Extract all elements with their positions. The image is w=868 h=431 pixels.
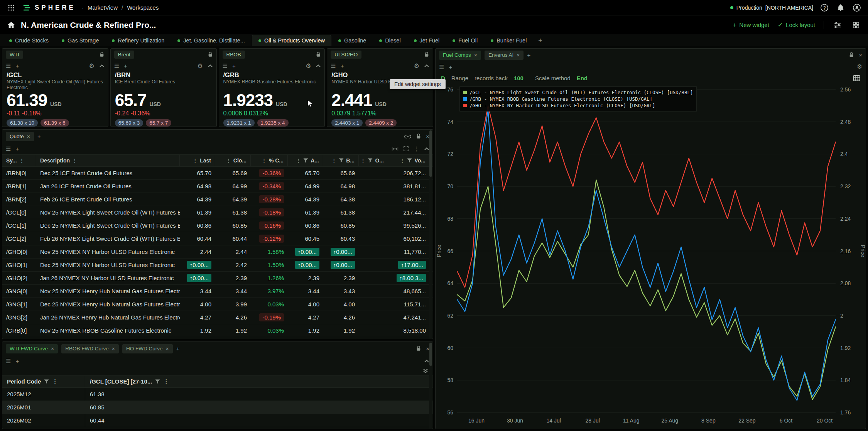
- collapse-icon[interactable]: [424, 359, 429, 363]
- page-tab-refinery-utilization[interactable]: Refinery Utilization: [106, 35, 171, 46]
- filter-icon[interactable]: [339, 158, 344, 163]
- notifications-icon[interactable]: [836, 3, 846, 13]
- kebab-icon[interactable]: ⋮: [262, 158, 267, 164]
- add-tab-button[interactable]: +: [527, 52, 530, 58]
- table-row[interactable]: /GCL[0]Nov 25 NYMEX Light Sweet Crude Oi…: [2, 206, 433, 219]
- table-row[interactable]: /GHO[2]Jan 26 NYMEX NY Harbor ULSD Futur…: [2, 272, 433, 285]
- close-tab-icon[interactable]: ×: [517, 52, 520, 58]
- kebab-icon[interactable]: ⋮: [52, 379, 58, 384]
- gear-icon[interactable]: ⚙: [414, 63, 419, 69]
- add-icon[interactable]: +: [124, 63, 127, 69]
- close-widget-icon[interactable]: ×: [859, 52, 862, 58]
- fwd-column-header-period[interactable]: Period Code ⋮: [2, 375, 85, 387]
- table-row[interactable]: /GNG[0]Nov 25 NYMEX Henry Hub Natural Ga…: [2, 285, 433, 298]
- menu-icon[interactable]: ☰: [6, 63, 11, 69]
- table-row[interactable]: /GHO[1]Dec 25 NYMEX NY Harbor ULSD Futur…: [2, 259, 433, 272]
- add-icon[interactable]: +: [449, 64, 452, 70]
- menu-icon[interactable]: ☰: [114, 63, 119, 69]
- lock-icon[interactable]: [849, 52, 854, 58]
- kebab-icon[interactable]: ⋮: [163, 379, 169, 384]
- help-icon[interactable]: ?: [819, 3, 829, 13]
- close-tab-icon[interactable]: ×: [165, 346, 169, 352]
- menu-icon[interactable]: ☰: [439, 64, 444, 70]
- table-row[interactable]: /GNG[1]Dec 25 NYMEX Henry Hub Natural Ga…: [2, 298, 433, 311]
- table-row[interactable]: /BRN[0]Dec 25 ICE Brent Crude Oil Future…: [2, 167, 433, 180]
- add-icon[interactable]: +: [15, 146, 19, 152]
- column-header-description[interactable]: Description⋮: [36, 155, 180, 166]
- sphere-logo[interactable]: SPHERE: [22, 4, 76, 12]
- fullscreen-icon[interactable]: [403, 146, 409, 152]
- gear-icon[interactable]: ⚙: [857, 64, 862, 70]
- kebab-icon[interactable]: ⋮: [72, 158, 77, 164]
- collapse-icon[interactable]: [99, 64, 105, 68]
- add-page-tab-button[interactable]: +: [534, 35, 547, 46]
- quote-card-tab[interactable]: ULSD/HO: [331, 51, 361, 59]
- table-row[interactable]: /GRB[0]Nov 25 NYMEX RBOB Gasoline Future…: [2, 324, 433, 337]
- table-row[interactable]: /BRN[1]Jan 26 ICE Brent Crude Oil Future…: [2, 180, 433, 193]
- table-view-icon[interactable]: [853, 75, 860, 81]
- close-tab-icon[interactable]: ×: [51, 346, 54, 352]
- fwd-table-row[interactable]: 2025M1261.38: [2, 388, 433, 401]
- page-tab-gas-storage[interactable]: Gas Storage: [56, 35, 105, 46]
- lock-icon[interactable]: [316, 52, 321, 57]
- fwd-table-row[interactable]: 2026M0260.44: [2, 414, 433, 427]
- menu-icon[interactable]: ☰: [6, 358, 11, 364]
- filter-icon[interactable]: [44, 379, 49, 384]
- close-tab-icon[interactable]: ×: [27, 134, 30, 140]
- column-header-clo[interactable]: ⋮Clo...: [215, 155, 251, 166]
- page-tab-jet-fuel[interactable]: Jet Fuel: [408, 35, 446, 46]
- add-tab-button[interactable]: +: [176, 346, 180, 352]
- kebab-icon[interactable]: ⋮: [226, 158, 231, 164]
- table-row[interactable]: /GHO[0]Nov 25 NYMEX NY Harbor ULSD Futur…: [2, 245, 433, 259]
- filter-icon[interactable]: [155, 379, 160, 384]
- column-header-vo[interactable]: ⋮Vo...: [388, 155, 430, 166]
- kebab-icon[interactable]: ⋮: [414, 146, 419, 152]
- table-row[interactable]: /BRN[2]Feb 26 ICE Brent Crude Oil Future…: [2, 193, 433, 206]
- table-row[interactable]: /GCL[1]Dec 25 NYMEX Light Sweet Crude Oi…: [2, 219, 433, 232]
- layout-settings-icon[interactable]: [833, 20, 843, 30]
- lock-icon[interactable]: [424, 52, 429, 57]
- column-header-o[interactable]: ⋮O...: [359, 155, 388, 166]
- kebab-icon[interactable]: ⋮: [296, 158, 301, 164]
- quote-table-scrollbar[interactable]: [429, 130, 432, 339]
- add-icon[interactable]: +: [341, 63, 344, 69]
- lock-layout-button[interactable]: ✓ Lock layout: [778, 21, 815, 29]
- chart-tab-enverus-ai[interactable]: Enverus AI×: [485, 51, 524, 60]
- add-icon[interactable]: +: [15, 63, 19, 69]
- kebab-icon[interactable]: ⋮: [360, 158, 365, 164]
- table-row[interactable]: /GCL[2]Feb 26 NYMEX Light Sweet Crude Oi…: [2, 232, 433, 245]
- fuel-comps-line-chart[interactable]: 56586062646668707274761.761.841.9222.082…: [436, 84, 866, 427]
- column-header-c[interactable]: ⋮% C...: [251, 155, 288, 166]
- lock-icon[interactable]: [208, 52, 213, 57]
- gear-icon[interactable]: ⚙: [89, 63, 94, 69]
- page-tab-oil-products-overview[interactable]: Oil & Products Overview: [252, 35, 331, 46]
- scale-method-value[interactable]: End: [577, 75, 588, 81]
- page-tab-bunker-fuel[interactable]: Bunker Fuel: [485, 35, 533, 46]
- kebab-icon[interactable]: ⋮: [331, 158, 336, 164]
- nav-product[interactable]: MarketView: [88, 4, 118, 11]
- column-header-last[interactable]: ⋮Last: [180, 155, 215, 166]
- fwd-tab-rbob-fwd-curve[interactable]: RBOB FWD Curve×: [61, 344, 119, 353]
- add-tab-button[interactable]: +: [37, 134, 41, 139]
- table-row[interactable]: /GNG[2]Jan 26 NYMEX Henry Hub Natural Ga…: [2, 311, 433, 324]
- fwd-tab-wti-fwd-curve[interactable]: WTI FWD Curve×: [6, 344, 58, 353]
- lock-icon[interactable]: [416, 346, 421, 352]
- menu-icon[interactable]: ☰: [223, 63, 228, 69]
- column-header-b[interactable]: ⋮B...: [323, 155, 359, 166]
- kebab-icon[interactable]: ⋮: [193, 158, 198, 164]
- filter-icon[interactable]: [368, 158, 373, 163]
- fwd-scrollbar[interactable]: [429, 342, 432, 429]
- lock-icon[interactable]: [416, 134, 421, 139]
- column-header-sy[interactable]: Sy...⋮: [2, 155, 36, 166]
- records-back-value[interactable]: 100: [514, 75, 524, 81]
- page-tab-jet-gasoline-distillate[interactable]: Jet, Gasoline, Distillate...: [171, 35, 251, 46]
- fwd-table-row[interactable]: 2026M0160.85: [2, 401, 433, 414]
- collapse-icon[interactable]: [424, 147, 429, 150]
- fit-columns-icon[interactable]: [392, 146, 399, 152]
- quote-card-tab[interactable]: Brent: [114, 51, 134, 59]
- lock-icon[interactable]: [99, 52, 105, 57]
- fwd-column-header-value[interactable]: /GCL [CLOSE] [27-10... ⋮: [85, 375, 433, 387]
- page-tab-fuel-oil[interactable]: Fuel Oil: [446, 35, 484, 46]
- quote-card-tab[interactable]: RBOB: [223, 51, 245, 59]
- kebab-icon[interactable]: ⋮: [19, 158, 24, 164]
